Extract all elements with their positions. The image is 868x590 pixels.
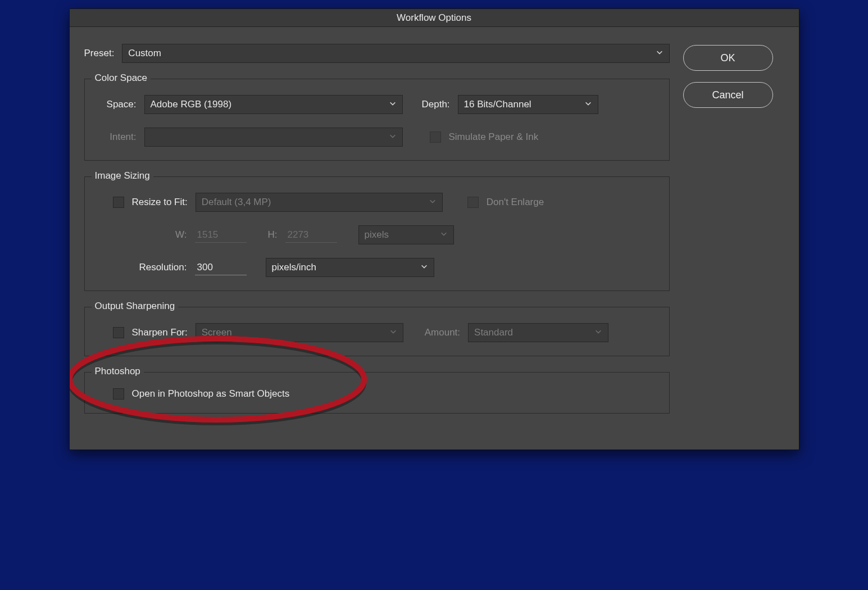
chevron-down-icon bbox=[584, 99, 592, 110]
space-value: Adobe RGB (1998) bbox=[151, 99, 232, 110]
amount-value: Standard bbox=[474, 327, 513, 338]
resolution-unit-value: pixels/inch bbox=[272, 262, 316, 273]
sharpen-for-value: Screen bbox=[202, 327, 232, 338]
cancel-button[interactable]: Cancel bbox=[683, 82, 773, 108]
chevron-down-icon bbox=[594, 327, 602, 338]
depth-label: Depth: bbox=[422, 99, 450, 110]
space-select[interactable]: Adobe RGB (1998) bbox=[144, 95, 403, 114]
chevron-down-icon bbox=[389, 131, 397, 143]
size-unit-select: pixels bbox=[358, 225, 454, 244]
w-label: W: bbox=[99, 229, 187, 240]
ok-button[interactable]: OK bbox=[683, 45, 773, 71]
image-sizing-legend: Image Sizing bbox=[92, 170, 153, 181]
workflow-options-dialog: Workflow Options Preset: Custom Color Sp… bbox=[69, 8, 799, 450]
resize-to-fit-value: Default (3,4 MP) bbox=[202, 197, 271, 208]
sharpen-for-checkbox[interactable] bbox=[113, 327, 124, 338]
smart-objects-checkbox[interactable] bbox=[113, 388, 124, 400]
sharpen-for-select: Screen bbox=[196, 323, 403, 342]
chevron-down-icon bbox=[429, 197, 437, 208]
intent-select bbox=[144, 128, 403, 147]
preset-select[interactable]: Custom bbox=[122, 44, 669, 63]
resolution-unit-select[interactable]: pixels/inch bbox=[266, 258, 434, 277]
amount-select: Standard bbox=[468, 323, 608, 342]
cancel-button-label: Cancel bbox=[712, 89, 743, 101]
chevron-down-icon bbox=[389, 99, 397, 110]
smart-objects-label: Open in Photoshop as Smart Objects bbox=[132, 388, 290, 400]
resolution-input[interactable] bbox=[195, 260, 247, 275]
ok-button-label: OK bbox=[720, 52, 735, 64]
image-sizing-group: Image Sizing Resize to Fit: Default (3,4… bbox=[84, 176, 670, 291]
dont-enlarge-label: Don't Enlarge bbox=[487, 197, 544, 208]
simulate-paper-ink-checkbox bbox=[430, 131, 441, 143]
w-input bbox=[195, 227, 247, 243]
simulate-paper-ink-label: Simulate Paper & Ink bbox=[449, 131, 539, 143]
dialog-title: Workflow Options bbox=[70, 9, 799, 27]
dont-enlarge-checkbox bbox=[467, 197, 479, 208]
sharpen-for-label: Sharpen For: bbox=[132, 327, 188, 338]
output-sharpening-legend: Output Sharpening bbox=[92, 301, 179, 312]
color-space-group: Color Space Space: Adobe RGB (1998) Dept… bbox=[84, 79, 670, 161]
depth-value: 16 Bits/Channel bbox=[464, 99, 531, 110]
output-sharpening-group: Output Sharpening Sharpen For: Screen Am… bbox=[84, 307, 670, 356]
preset-label: Preset: bbox=[84, 48, 115, 59]
h-label: H: bbox=[268, 229, 278, 240]
intent-label: Intent: bbox=[99, 131, 137, 143]
resize-to-fit-select: Default (3,4 MP) bbox=[196, 193, 443, 212]
chevron-down-icon bbox=[389, 327, 397, 338]
photoshop-legend: Photoshop bbox=[92, 366, 144, 377]
preset-value: Custom bbox=[128, 48, 161, 59]
chevron-down-icon bbox=[420, 262, 428, 273]
photoshop-group: Photoshop Open in Photoshop as Smart Obj… bbox=[84, 372, 670, 414]
space-label: Space: bbox=[99, 99, 137, 110]
size-unit-value: pixels bbox=[365, 229, 389, 240]
chevron-down-icon bbox=[656, 48, 664, 59]
resize-to-fit-checkbox[interactable] bbox=[113, 197, 124, 208]
color-space-legend: Color Space bbox=[92, 72, 151, 84]
amount-label: Amount: bbox=[425, 327, 460, 338]
chevron-down-icon bbox=[440, 229, 448, 240]
h-input bbox=[285, 227, 337, 243]
resolution-label: Resolution: bbox=[99, 262, 187, 273]
depth-select[interactable]: 16 Bits/Channel bbox=[458, 95, 598, 114]
resize-to-fit-label: Resize to Fit: bbox=[132, 197, 188, 208]
